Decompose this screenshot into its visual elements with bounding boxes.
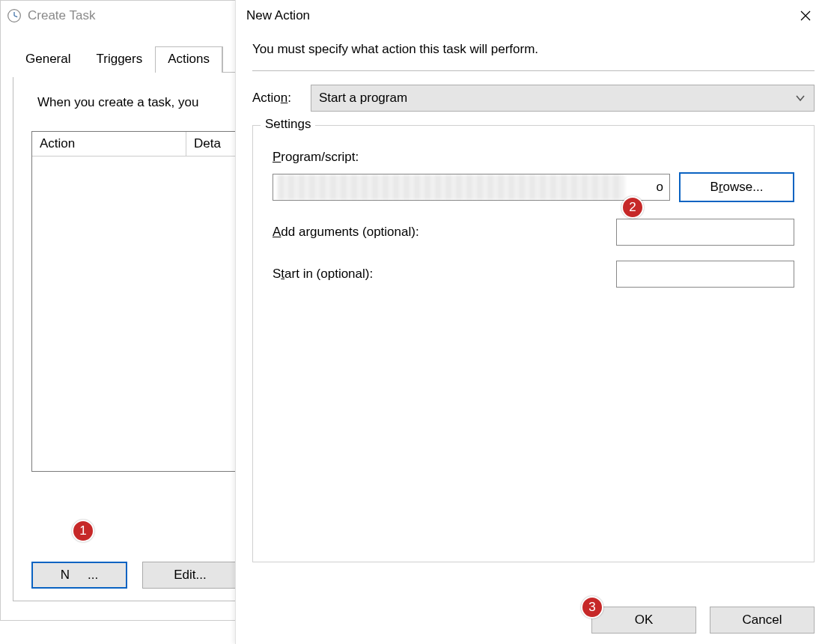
- new-action-title: New Action: [246, 8, 310, 23]
- action-select[interactable]: Start a program: [311, 85, 815, 112]
- annotation-2: 2: [621, 196, 644, 219]
- chevron-down-icon: [794, 92, 806, 104]
- tab-actions[interactable]: Actions: [155, 46, 222, 73]
- browse-button[interactable]: Browse...: [679, 172, 794, 202]
- create-task-title: Create Task: [28, 8, 95, 23]
- new-button[interactable]: N ...: [31, 562, 127, 589]
- program-script-suffix: o: [654, 180, 663, 195]
- action-select-value: Start a program: [319, 91, 407, 106]
- settings-legend: Settings: [261, 117, 315, 132]
- add-arguments-label: Add arguments (optional):: [273, 225, 419, 240]
- new-action-window: New Action You must specify what action …: [235, 0, 831, 644]
- close-icon: [800, 10, 811, 21]
- column-header-action[interactable]: Action: [32, 132, 186, 156]
- annotation-1: 1: [72, 520, 94, 542]
- ok-button[interactable]: OK: [591, 607, 696, 634]
- tab-general[interactable]: General: [13, 46, 83, 73]
- add-arguments-input[interactable]: [616, 219, 794, 246]
- new-button-suffix: ...: [88, 568, 98, 583]
- settings-group: Settings Program/script: o Browse... Add…: [252, 125, 815, 562]
- cancel-button[interactable]: Cancel: [710, 607, 815, 634]
- tab-triggers[interactable]: Triggers: [83, 46, 155, 73]
- edit-button[interactable]: Edit...: [142, 562, 238, 589]
- cancel-button-label: Cancel: [743, 613, 782, 628]
- edit-button-label: Edit...: [174, 568, 206, 583]
- ok-button-label: OK: [635, 613, 654, 628]
- instruction-text: You must specify what action this task w…: [252, 42, 815, 71]
- clock-icon: [7, 8, 22, 23]
- program-script-input[interactable]: o: [273, 174, 670, 201]
- tab-truncated[interactable]: [222, 46, 231, 73]
- new-button-label: N: [61, 568, 70, 583]
- start-in-input[interactable]: [616, 261, 794, 288]
- action-label: Action:: [252, 91, 297, 106]
- annotation-3: 3: [581, 596, 603, 619]
- program-script-value-redacted: [278, 174, 624, 200]
- program-script-label: Program/script:: [273, 150, 794, 165]
- start-in-label: Start in (optional):: [273, 267, 373, 282]
- close-button[interactable]: [791, 4, 821, 27]
